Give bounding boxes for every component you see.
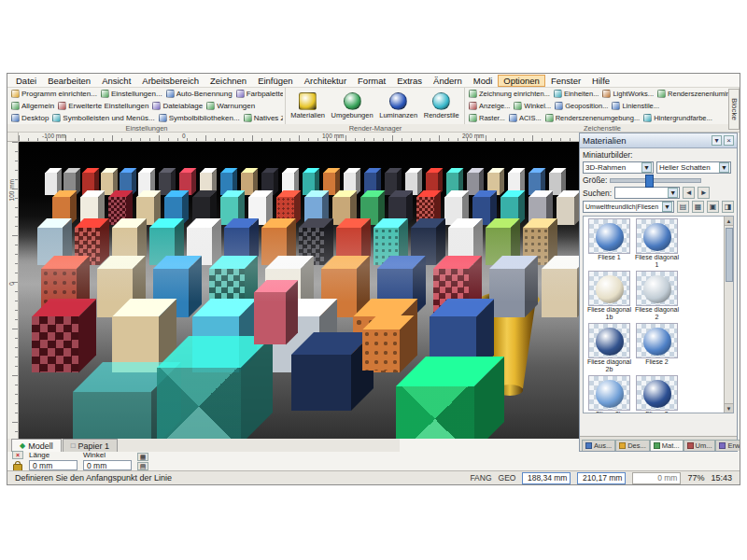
angle-field[interactable]: 0 mm [83,460,132,470]
horizontal-ruler[interactable]: -100 mm0100 mm200 mm [19,133,581,142]
x-coordinate-field[interactable]: 188,34 mm [522,472,571,484]
toolbar-button-hintergrundfarbe[interactable]: Hintergrundfarbe... [641,114,714,122]
close-icon[interactable]: × [724,135,734,146]
toolbar-button-anzeige[interactable]: Anzeige... [467,102,512,110]
panel-tab-aus[interactable]: Aus... [582,440,615,451]
toolbar-button-einheiten[interactable]: Einheiten... [552,90,601,98]
chevron-down-icon[interactable]: ▼ [662,202,672,212]
material-fliese-3[interactable]: Fliese 3 [634,375,680,413]
category-list-icon[interactable]: ▤ [677,201,689,213]
panel-tab-erw[interactable]: Erw... [715,440,740,451]
toolbar-button-farbpalette[interactable]: Farbpalette [234,90,283,98]
y-coordinate-field[interactable]: 210,17 mm [577,472,626,484]
render-manager-materialien-button[interactable]: Materialien [290,92,325,119]
menu-item-zeichnen[interactable]: Zeichnen [204,75,252,87]
tab-modell[interactable]: ◆Modell [11,439,62,452]
materials-palette-titlebar[interactable]: Materialien ▾ × [580,133,737,148]
panel-tab-des[interactable]: Des... [615,440,650,451]
chevron-down-icon[interactable]: ▼ [719,162,729,173]
search-prev-icon[interactable]: ◄ [683,187,695,199]
palette-menu-icon[interactable]: ▾ [712,135,722,146]
tab-papier-1[interactable]: □Papier 1 [63,439,118,452]
toolbar-button-symbolleisten-und-menüs[interactable]: Symbolleisten und Menüs... [50,114,156,122]
blocks-side-tab[interactable]: Blöcke [728,89,740,130]
menu-item-hilfe[interactable]: Hilfe [586,75,615,87]
material-fliese-2b[interactable]: Fliese 2b [586,375,632,413]
menu-item-extras[interactable]: Extras [391,75,428,87]
drawing-viewport[interactable] [19,142,581,439]
category-select[interactable]: Umweltfreundlich|Fliesen ▼ [583,201,674,213]
shadow-style-select[interactable]: Heller Schatten ▼ [656,161,731,174]
panel-tab-mat[interactable]: Mat... [650,440,684,451]
material-fliese-diagonal-1[interactable]: Fliese diagonal 1 [634,218,680,269]
toolbar-button-raster[interactable]: Raster... [467,114,507,122]
scrollbar-thumb[interactable] [726,228,733,282]
toolbar-button-erweiterte-einstellungen[interactable]: Erweiterte Einstellungen [56,102,150,110]
toolbar-button-programm-einrichten[interactable]: Programm einrichten... [9,90,99,98]
toolbar-button-renderszenenluminanz[interactable]: Renderszenenluminanz... [655,90,737,98]
menu-item-datei[interactable]: Datei [10,75,42,87]
size-slider-thumb[interactable] [645,175,654,188]
z-coordinate-field[interactable]: 0 mm [632,472,681,484]
toolbar-button-zeichnung-einrichten[interactable]: Zeichnung einrichten... [467,90,552,98]
menu-item-format[interactable]: Format [352,75,391,87]
toolbar-button-natives-zeichnen[interactable]: Natives Zeichnen [242,114,283,122]
sphere-icon [596,380,624,408]
vertical-ruler[interactable]: 100 mm0 [7,142,19,439]
frame-style-select[interactable]: 3D-Rahmen ▼ [583,161,654,174]
render-manager-renderstile-button[interactable]: Renderstile [424,92,459,119]
geo-toggle[interactable]: GEO [499,473,516,483]
category-detail-icon[interactable]: ▣ [707,201,719,213]
inspector-list-icon[interactable]: ▤ [137,462,148,470]
cancel-icon[interactable]: × [12,451,23,459]
toolbar-button-geoposition[interactable]: Geoposition... [553,102,610,110]
material-fliese-diagonal-2b[interactable]: Fliese diagonal 2b [586,323,632,373]
inspector-grid-icon[interactable]: ▦ [137,453,148,461]
ruler-tick [15,431,18,432]
menu-item-einfügen[interactable]: Einfügen [252,75,299,87]
toolbar-button-einstellungen[interactable]: Einstellungen... [99,90,164,98]
menu-item-ändern[interactable]: Ändern [428,75,468,87]
toolbar-button-warnungen[interactable]: Warnungen [204,102,257,110]
materials-scrollbar[interactable]: ▲ ▼ [724,217,733,413]
panel-tab-um[interactable]: Um... [684,440,716,451]
toolbar-button-winkel[interactable]: Winkel... [512,102,553,110]
menu-item-fenster[interactable]: Fenster [545,75,586,87]
toolbar-button-desktop[interactable]: Desktop [9,114,50,122]
ruler-tick [15,263,18,264]
toolbar-button-dateiablage[interactable]: Dateiablage [150,102,204,110]
material-fliese-2[interactable]: Fliese 2 [634,323,680,373]
menu-item-arbeitsbereich[interactable]: Arbeitsbereich [136,75,204,87]
toolbar-button-linienstile[interactable]: Linienstile... [610,102,661,110]
render-manager-umgebungen-button[interactable]: Umgebungen [331,92,374,119]
search-next-icon[interactable]: ► [698,187,710,199]
chevron-down-icon[interactable]: ▼ [668,188,678,198]
menu-item-optionen[interactable]: Optionen [498,75,545,87]
scroll-up-icon[interactable]: ▲ [725,217,733,226]
toolbar-button-symbolbibliotheken[interactable]: Symbolbibliotheken... [157,114,242,122]
category-grid-icon[interactable]: ▦ [692,201,704,213]
material-fliese-diagonal-1b[interactable]: Fliese diagonal 1b [586,271,632,321]
toolbar-button-auto-benennung[interactable]: Auto-Benennung [164,90,234,98]
size-slider[interactable] [610,178,701,183]
snap-toggle[interactable]: FANG [470,473,491,483]
material-name: Fliese diagonal 1b [586,306,632,321]
menu-item-modi[interactable]: Modi [468,75,499,87]
category-filter-icon[interactable]: ◨ [722,201,734,213]
toolbar-button-lightworks[interactable]: LightWorks... [600,90,655,98]
ruler-tick [12,142,18,143]
length-field[interactable]: 0 mm [29,460,78,470]
toolbar-button-renderszenenumgebung[interactable]: Renderszenenumgebung... [543,114,641,122]
toolbar-button-acis[interactable]: ACIS... [507,114,543,122]
material-fliese-1[interactable]: Fliese 1 [586,218,632,269]
chevron-down-icon[interactable]: ▼ [641,162,652,173]
menu-item-architektur[interactable]: Architektur [299,75,352,87]
scroll-down-icon[interactable]: ▼ [725,403,733,413]
material-fliese-diagonal-2[interactable]: Fliese diagonal 2 [634,271,680,321]
menu-item-bearbeiten[interactable]: Bearbeiten [42,75,96,87]
cube-front-face [489,269,525,317]
search-input[interactable]: ▼ [614,187,680,199]
render-manager-luminanzen-button[interactable]: Luminanzen [379,92,417,119]
menu-item-ansicht[interactable]: Ansicht [96,75,136,87]
toolbar-button-allgemein[interactable]: Allgemein [9,102,56,110]
